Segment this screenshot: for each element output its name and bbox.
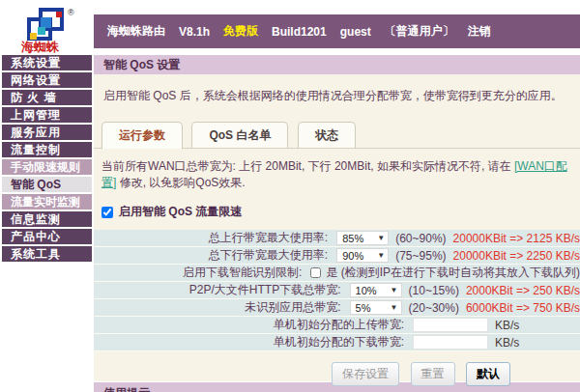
row-download-detect-limit: 启用下载智能识别限制: 是 (检测到IP在进行下载时自动将其放入下载队列)	[94, 265, 580, 282]
chevron-down-icon: ▼	[377, 234, 385, 242]
registered-mark: ®	[68, 8, 74, 17]
suggested-range: (20~30%)	[409, 301, 459, 315]
default-button[interactable]: 默认	[466, 362, 510, 386]
computed-bandwidth: 6000KBit => 750 KB/s	[466, 301, 580, 315]
enable-smart-qos-label: 启用智能 QoS 流量限速	[119, 204, 242, 220]
field-label: 启用下载智能识别限制:	[94, 265, 310, 281]
wan-note-text-before: 当前所有WAN口总带宽为: 上行 20MBit, 下行 20MBit, 如果和实…	[102, 159, 514, 173]
field-label: 总下行带宽最大使用率:	[94, 247, 336, 264]
field-label: 未识别应用总带宽:	[94, 299, 350, 316]
tab-qos-whitelist[interactable]: QoS 白名单	[191, 122, 288, 148]
tab-run-params[interactable]: 运行参数	[102, 122, 183, 149]
p2p-http-bandwidth-select[interactable]: 10%▼	[350, 283, 402, 297]
sidebar-item-manual-limit-rules[interactable]: 手动限速规则	[2, 159, 92, 175]
version-label: V8.1h	[179, 25, 210, 39]
sidebar-item-realtime-traffic-monitor[interactable]: 流量实时监测	[2, 194, 92, 210]
select-value: 10%	[356, 285, 377, 296]
field-label: P2P/大文件HTTP下载总带宽:	[94, 282, 350, 298]
tab-bar: 运行参数 QoS 白名单 状态	[94, 122, 580, 149]
sidebar-item-network-settings[interactable]: 网络设置	[2, 72, 92, 88]
qos-description: 启用智能 QoS 后，系统会根据网络的使用情况合理分配带宽，使带宽得到更充分的应…	[94, 74, 580, 110]
suggested-range: (60~90%)	[395, 232, 446, 245]
sidebar-nav: 系统设置 网络设置 防 火 墙 上网管理 服务应用 流量控制 手动限速规则 智能…	[2, 55, 92, 264]
brand-logo: ® 海蜘蛛	[12, 4, 91, 54]
computed-bandwidth: 20000KBit => 2125 KB/s	[453, 232, 580, 245]
upstream-max-usage-select[interactable]: 85%▼	[336, 231, 389, 245]
sidebar-item-internet-management[interactable]: 上网管理	[2, 107, 92, 123]
brand-text: 海蜘蛛	[20, 40, 60, 54]
username-label: guest	[340, 25, 371, 39]
wan-bandwidth-note: 当前所有WAN口总带宽为: 上行 20MBit, 下行 20MBit, 如果和实…	[94, 149, 580, 195]
page-title: 智能 QoS 设置	[94, 55, 580, 74]
reset-button[interactable]: 重置	[411, 362, 455, 386]
sidebar-item-system-tools[interactable]: 系统工具	[2, 246, 92, 262]
initial-upload-bandwidth-input[interactable]	[413, 318, 488, 332]
checkbox-note: 是 (检测到IP在进行下载时自动将其放入下载队列)	[326, 265, 580, 281]
qos-form: 总上行带宽最大使用率: 85%▼ (60~90%) 20000KBit => 2…	[94, 230, 580, 351]
unidentified-app-bandwidth-select[interactable]: 5%▼	[350, 300, 402, 315]
logout-link[interactable]: 注销	[468, 23, 491, 40]
sidebar-item-system-settings[interactable]: 系统设置	[2, 55, 92, 70]
field-label: 单机初始分配的下载带宽:	[94, 334, 413, 350]
field-label: 单机初始分配的上传带宽:	[94, 317, 413, 333]
unit-label: KB/s	[495, 319, 519, 332]
router-admin-page: ® 海蜘蛛 海蜘蛛路由 V8.1h 免费版 Build1201 guest 〔普…	[0, 0, 580, 392]
row-downstream-max-usage: 总下行带宽最大使用率: 90%▼ (75~95%) 20000KBit => 2…	[94, 247, 580, 265]
row-unidentified-app-bandwidth: 未识别应用总带宽: 5%▼ (20~30%) 6000KBit => 750 K…	[94, 299, 580, 317]
sidebar-item-service-apps[interactable]: 服务应用	[2, 125, 92, 140]
suggested-range: (75~95%)	[395, 249, 446, 263]
row-p2p-http-bandwidth: P2P/大文件HTTP下载总带宽: 10%▼ (10~15%) 2000KBit…	[94, 282, 580, 299]
product-name: 海蜘蛛路由	[107, 23, 165, 40]
qos-settings-panel: 启用智能 QoS 后，系统会根据网络的使用情况合理分配带宽，使带宽得到更充分的应…	[94, 74, 580, 381]
initial-download-bandwidth-input[interactable]	[413, 335, 488, 350]
computed-bandwidth: 2000KBit => 250 KB/s	[466, 284, 580, 297]
enable-smart-qos-checkbox[interactable]	[102, 207, 113, 218]
suggested-range: (10~15%)	[409, 284, 459, 297]
sidebar-item-product-center[interactable]: 产品中心	[2, 229, 92, 244]
download-detect-limit-checkbox[interactable]	[310, 267, 321, 278]
row-initial-download-bandwidth: 单机初始分配的下载带宽: KB/s	[94, 334, 580, 351]
edition-label: 免费版	[223, 23, 258, 40]
build-label: Build1201	[272, 25, 327, 39]
select-value: 5%	[356, 302, 371, 314]
tab-status[interactable]: 状态	[298, 122, 356, 148]
sidebar-item-smart-qos[interactable]: 智能 QoS	[2, 177, 92, 192]
wan-note-text-after: 修改, 以免影响QoS效果.	[116, 176, 245, 189]
sidebar-item-info-monitor[interactable]: 信息监测	[2, 211, 92, 227]
chevron-down-icon: ▼	[391, 303, 398, 312]
sidebar-item-firewall[interactable]: 防 火 墙	[2, 90, 92, 105]
unit-label: KB/s	[495, 336, 519, 350]
chevron-down-icon: ▼	[391, 286, 398, 294]
field-label: 总上行带宽最大使用率:	[94, 230, 336, 246]
enable-smart-qos-row: 启用智能 QoS 流量限速	[94, 195, 580, 227]
user-role-label: 〔普通用户〕	[385, 23, 454, 40]
downstream-max-usage-select[interactable]: 90%▼	[336, 248, 389, 263]
sidebar-item-traffic-control[interactable]: 流量控制	[2, 142, 92, 157]
main-content: 智能 QoS 设置 启用智能 QoS 后，系统会根据网络的使用情况合理分配带宽，…	[94, 55, 580, 392]
logo-mark-icon: ® 海蜘蛛	[12, 4, 91, 54]
row-upstream-max-usage: 总上行带宽最大使用率: 85%▼ (60~90%) 20000KBit => 2…	[94, 230, 580, 247]
top-bar: 海蜘蛛路由 V8.1h 免费版 Build1201 guest 〔普通用户〕 注…	[94, 14, 580, 48]
computed-bandwidth: 20000KBit => 2250 KB/s	[453, 249, 580, 263]
chevron-down-icon: ▼	[377, 251, 385, 260]
save-settings-button[interactable]: 保存设置	[332, 362, 399, 386]
select-value: 85%	[342, 233, 363, 244]
row-initial-upload-bandwidth: 单机初始分配的上传带宽: KB/s	[94, 317, 580, 334]
select-value: 90%	[342, 250, 363, 262]
